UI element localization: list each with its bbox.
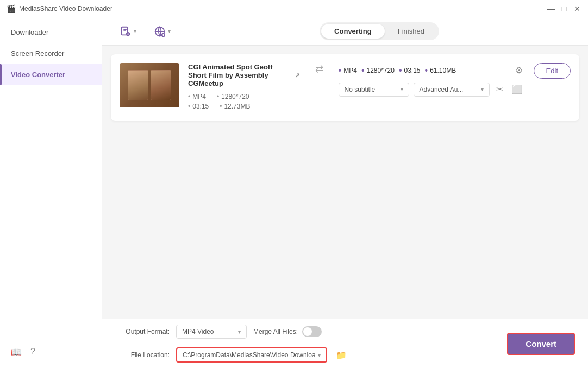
book-icon[interactable]: 📖 <box>11 347 22 357</box>
sidebar-nav: Downloader Screen Recorder Video Convert… <box>0 22 102 85</box>
title-bar-controls: — □ ✕ <box>547 4 581 13</box>
title-bar: 🎬 MediasShare Video Downloader — □ ✕ <box>0 0 588 17</box>
external-link-icon[interactable]: ↗ <box>295 72 300 79</box>
sidebar-label-screen-recorder: Screen Recorder <box>11 49 64 58</box>
source-resolution: 1280*720 <box>217 93 260 100</box>
content-area: ▾ ▾ Converting Finished <box>102 17 588 368</box>
source-meta-row-2: 03:15 12.73MB <box>188 103 300 110</box>
location-chevron-icon: ▾ <box>318 352 321 358</box>
merge-toggle-switch[interactable] <box>302 326 322 337</box>
toolbar: ▾ ▾ Converting Finished <box>102 17 588 46</box>
subtitle-chevron-icon: ▾ <box>401 86 403 92</box>
toggle-knob <box>303 327 312 336</box>
help-icon[interactable]: ? <box>30 347 35 357</box>
output-meta-row: MP4 1280*720 03:15 61.10MB ⚙ <box>339 63 525 78</box>
minimize-button[interactable]: — <box>547 4 555 13</box>
sidebar-item-downloader[interactable]: Downloader <box>0 22 102 43</box>
video-card: CGI Animated Spot Geoff Short Film by As… <box>111 54 579 121</box>
thumb-frames <box>123 66 176 105</box>
output-duration: 03:15 <box>399 66 421 75</box>
output-resolution: 1280*720 <box>361 66 395 75</box>
file-location-label: File Location: <box>115 351 170 359</box>
bottom-left-section: Output Format: MP4 Video ▾ Merge All Fil… <box>115 325 507 363</box>
merge-toggle-section: Merge All Files: <box>253 326 322 337</box>
thumb-frame-2 <box>151 70 171 100</box>
crop-icon[interactable]: ⬜ <box>510 82 525 97</box>
main-content: CGI Animated Spot Geoff Short Film by As… <box>102 46 588 319</box>
output-section: MP4 1280*720 03:15 61.10MB ⚙ No subtitle… <box>339 63 525 97</box>
convert-button[interactable]: Convert <box>507 333 575 355</box>
file-location-input[interactable]: C:\ProgramData\MediasShare\Video Downloa… <box>176 347 327 363</box>
subtitle-row: No subtitle ▾ Advanced Au... ▾ ✂ ⬜ <box>339 82 525 97</box>
format-chevron-icon: ▾ <box>238 329 241 335</box>
file-location-row: File Location: C:\ProgramData\MediasShar… <box>115 347 507 363</box>
source-format: MP4 <box>188 93 217 100</box>
video-info-section: CGI Animated Spot Geoff Short Film by As… <box>188 63 300 112</box>
app-title: MediasShare Video Downloader <box>19 5 112 12</box>
title-bar-left: 🎬 MediasShare Video Downloader <box>7 4 112 13</box>
output-format-dropdown[interactable]: MP4 Video ▾ <box>176 325 247 339</box>
add-url-chevron: ▾ <box>168 28 171 34</box>
folder-icon[interactable]: 📁 <box>336 350 347 360</box>
video-title: CGI Animated Spot Geoff Short Film by As… <box>188 63 300 87</box>
edit-button[interactable]: Edit <box>534 63 571 79</box>
subtitle-dropdown[interactable]: No subtitle ▾ <box>339 83 409 97</box>
sidebar-item-screen-recorder[interactable]: Screen Recorder <box>0 43 102 64</box>
main-layout: Downloader Screen Recorder Video Convert… <box>0 17 588 368</box>
output-format-label: Output Format: <box>115 328 170 335</box>
tab-switcher: Converting Finished <box>320 22 439 40</box>
thumb-frame-1 <box>128 70 148 100</box>
bottom-bar: Output Format: MP4 Video ▾ Merge All Fil… <box>102 319 588 368</box>
sidebar: Downloader Screen Recorder Video Convert… <box>0 17 102 368</box>
bottom-actions: Output Format: MP4 Video ▾ Merge All Fil… <box>115 325 575 363</box>
sidebar-label-video-converter: Video Converter <box>11 71 65 79</box>
add-url-button[interactable]: ▾ <box>149 22 175 41</box>
advanced-chevron-icon: ▾ <box>481 86 484 92</box>
advanced-dropdown[interactable]: Advanced Au... ▾ <box>414 83 490 97</box>
source-size: 12.73MB <box>220 103 261 110</box>
tab-finished[interactable]: Finished <box>385 24 437 39</box>
tab-converting[interactable]: Converting <box>321 24 385 39</box>
app-icon: 🎬 <box>7 4 16 13</box>
merge-label: Merge All Files: <box>253 328 298 335</box>
sidebar-bottom: 📖 ? <box>0 340 102 364</box>
output-format-row: Output Format: MP4 Video ▾ Merge All Fil… <box>115 325 507 339</box>
source-meta-row: MP4 1280*720 <box>188 93 300 100</box>
scissors-icon[interactable]: ✂ <box>494 82 505 97</box>
settings-gear-icon[interactable]: ⚙ <box>513 63 525 78</box>
sidebar-label-downloader: Downloader <box>11 28 48 36</box>
active-indicator <box>0 64 2 85</box>
add-file-chevron: ▾ <box>134 28 136 34</box>
thumb-inner <box>120 63 179 107</box>
close-button[interactable]: ✕ <box>573 4 581 13</box>
output-size: 61.10MB <box>425 66 456 75</box>
sidebar-item-video-converter[interactable]: Video Converter <box>0 64 102 85</box>
source-duration: 03:15 <box>188 103 220 110</box>
output-format: MP4 <box>339 66 357 75</box>
add-file-button[interactable]: ▾ <box>115 22 141 41</box>
maximize-button[interactable]: □ <box>560 4 568 13</box>
video-thumbnail <box>120 63 179 107</box>
shuffle-icon[interactable]: ⇄ <box>309 63 330 75</box>
